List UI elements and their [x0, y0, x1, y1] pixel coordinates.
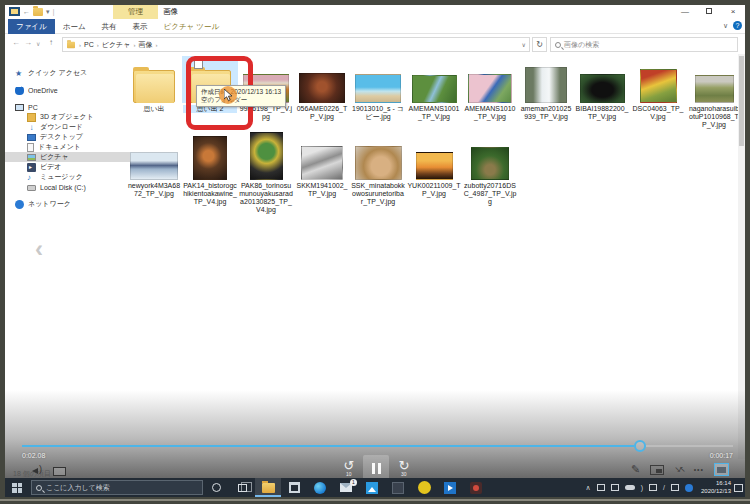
sidebar-item-3[interactable]: 3D オブジェクト [5, 112, 130, 122]
image-file-item[interactable]: PAK86_torinosumunouyakusarada20130825_TP… [238, 130, 294, 214]
sidebar-item-8[interactable]: ビデオ [5, 162, 130, 172]
display-select-icon[interactable] [714, 463, 729, 476]
image-file-item[interactable]: SSK_minatabokkowosurunetoribar_TP_V.jpg [350, 130, 406, 214]
sidebar-item-4[interactable]: ↓ダウンロード [5, 122, 130, 132]
image-file-item[interactable]: BIBAI19882200_TP_V.jpg [574, 56, 630, 129]
help-icon[interactable]: ? [733, 21, 742, 30]
taskbar-app-photos[interactable] [359, 478, 385, 497]
address-dropdown-icon[interactable]: ∨ [522, 41, 526, 48]
picture-in-picture-icon[interactable] [650, 465, 664, 475]
taskbar-app-darkapp[interactable] [385, 478, 411, 497]
ribbon-tab-2[interactable]: 共有 [94, 19, 125, 34]
rewind-10-button[interactable]: ↺ 10 [339, 458, 359, 478]
taskbar-app-mail[interactable]: 1 [333, 478, 359, 497]
forward-button[interactable]: → [24, 38, 32, 47]
captions-icon[interactable] [53, 467, 66, 476]
sidebar-item-7[interactable]: ピクチャ [5, 152, 130, 162]
sidebar-item-label: ネットワーク [28, 199, 71, 209]
speaker-icon[interactable]: ) [641, 484, 643, 491]
image-file-item[interactable]: 056AME0226_TP_V.jpg [294, 56, 350, 129]
minimize-button[interactable]: — [673, 5, 697, 18]
up-button[interactable]: ↑ [49, 38, 53, 47]
sidebar-item-1[interactable]: OneDrive [5, 85, 130, 95]
maximize-button[interactable] [697, 5, 721, 18]
sidebar-item-0[interactable]: ★クイック アクセス [5, 68, 130, 78]
notification-center-icon[interactable] [734, 484, 743, 492]
qat-folder-icon[interactable] [33, 8, 43, 16]
breadcrumb-segment-0[interactable]: PC [84, 41, 94, 48]
chat-icon[interactable] [649, 484, 657, 491]
volume-icon[interactable] [32, 465, 45, 476]
image-file-item[interactable]: DSC04063_TP_V.jpg [630, 56, 686, 129]
taskbar-app-store[interactable] [281, 478, 307, 497]
people-icon[interactable] [671, 484, 679, 491]
timeline-scrubber[interactable] [634, 440, 646, 452]
image-thumbnail-valley [695, 75, 734, 103]
monitor-icon[interactable] [611, 484, 619, 491]
sidebar-item-9[interactable]: ♪ミュージック [5, 172, 130, 182]
image-file-item[interactable]: YUK00211009_TP_V.jpg [406, 130, 462, 214]
search-input[interactable]: 画像の検索 [550, 37, 738, 52]
quick-access-toolbar[interactable]: ← ▾ | [9, 7, 55, 16]
pen-icon[interactable]: / [663, 484, 665, 491]
taskbar-app-yellowapp[interactable] [411, 478, 437, 497]
image-file-item[interactable]: zubotty20716DSC_4987_TP_V.jpg [462, 130, 518, 214]
sidebar-item-5[interactable]: デスクトップ [5, 132, 130, 142]
start-button[interactable] [5, 478, 29, 497]
task-view-button[interactable] [229, 478, 255, 497]
edge-dot-icon[interactable] [685, 484, 693, 492]
sidebar-item-2[interactable]: PC [5, 102, 130, 112]
image-file-item[interactable]: newyork4M3A6872_TP_V.jpg [126, 130, 182, 214]
taskbar-app-movies[interactable] [437, 478, 463, 497]
onedrive-cloud-icon[interactable] [625, 485, 635, 490]
scrollbar-thumb[interactable] [739, 56, 744, 146]
image-file-item[interactable]: AMEMANS1010_TP_V.jpg [462, 56, 518, 129]
shrink-resize-icon[interactable]: ↘↖ [674, 465, 683, 474]
manage-context-tab[interactable]: 管理 [113, 5, 158, 19]
qat-customize-arrow-icon[interactable]: ▾ [46, 7, 50, 16]
taskbar-app-explorer[interactable] [255, 478, 281, 497]
item-checkbox[interactable] [194, 60, 203, 69]
phone-icon[interactable] [597, 484, 605, 491]
ribbon-tab-3[interactable]: 表示 [125, 19, 156, 34]
image-file-item[interactable]: naganoharasuibotuP1010968_TP_V.jpg [686, 56, 742, 129]
address-breadcrumb[interactable]: › PC›ピクチャ›画像› ∨ [62, 37, 530, 52]
vid-icon [27, 163, 36, 172]
back-button[interactable]: ← [12, 38, 20, 47]
draw-pencil-icon[interactable]: ✎ [631, 463, 640, 476]
taskbar-clock[interactable]: 16:14 2020/12/13 [701, 480, 731, 495]
more-options-icon[interactable]: ••• [694, 466, 704, 473]
ribbon-tab-4[interactable]: ピクチャ ツール [156, 19, 228, 34]
image-file-item[interactable]: 19013010_s - コピー.jpg [350, 56, 406, 129]
file-name: BIBAI19882200_TP_V.jpg [575, 105, 629, 121]
recent-locations-icon[interactable]: ∨ [36, 40, 40, 47]
qat-undo-icon[interactable]: ← [23, 7, 30, 16]
tray-chevron-icon[interactable]: ∧ [586, 484, 591, 492]
ribbon-collapse-icon[interactable]: ∨ [723, 22, 728, 30]
timeline-played[interactable] [22, 445, 634, 447]
breadcrumb-segment-2[interactable]: 画像 [138, 40, 152, 50]
ribbon-tab-0[interactable]: ファイル [8, 19, 55, 34]
image-file-item[interactable]: PAK14_bistorogchikientoakawine_TP_V4.jpg [182, 130, 238, 214]
refresh-button[interactable]: ↻ [532, 37, 547, 52]
image-file-item[interactable]: AMEMANS1001_TP_V.jpg [406, 56, 462, 129]
close-button[interactable]: × [721, 5, 745, 18]
sidebar-item-11[interactable]: ネットワーク [5, 199, 130, 209]
timeline-remaining[interactable] [646, 445, 733, 447]
taskbar-app-edge[interactable] [307, 478, 333, 497]
maximize-icon [706, 8, 712, 14]
ribbon-tab-1[interactable]: ホーム [55, 19, 94, 34]
sidebar-item-6[interactable]: ドキュメント [5, 142, 130, 152]
forward-30-button[interactable]: ↻ 30 [394, 458, 414, 478]
breadcrumb-segment-1[interactable]: ピクチャ [102, 40, 131, 50]
cortana-button[interactable] [203, 478, 229, 497]
taskbar-app-recorder[interactable] [463, 478, 489, 497]
image-file-item[interactable]: ameman201025939_TP_V.jpg [518, 56, 574, 129]
sidebar-item-10[interactable]: Local Disk (C:) [5, 182, 130, 192]
vertical-scrollbar[interactable] [738, 54, 745, 459]
previous-chevron-icon[interactable]: ‹ [35, 235, 43, 263]
file-name: SKKM1941002_TP_V.jpg [295, 182, 349, 198]
folder-item[interactable]: 思い出 [126, 56, 182, 129]
taskbar-search-input[interactable]: ここに入力して検索 [31, 480, 203, 495]
image-file-item[interactable]: SKKM1941002_TP_V.jpg [294, 130, 350, 214]
